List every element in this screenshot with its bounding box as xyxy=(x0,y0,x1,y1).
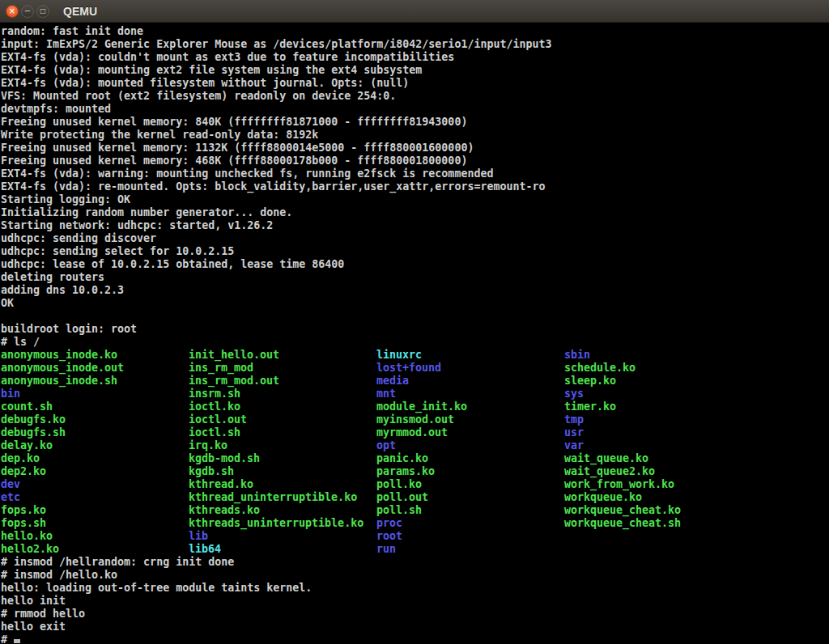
file-listing-row: delay.koirq.kooptvar xyxy=(1,439,829,452)
console-line: VFS: Mounted root (ext2 filesystem) read… xyxy=(1,90,829,103)
file-entry: fops.sh xyxy=(1,517,46,530)
file-listing-row: dep.kokgdb-mod.shpanic.kowait_queue.ko xyxy=(1,452,829,465)
console-line: Initializing random number generator... … xyxy=(1,206,829,219)
file-listing-row: dep2.kokgdb.shparams.kowait_queue2.ko xyxy=(1,465,829,478)
file-entry: debugfs.sh xyxy=(1,426,66,439)
console-line: udhcpc: sending discover xyxy=(1,232,829,245)
minimize-button[interactable]: − xyxy=(21,5,34,18)
console-line: # insmod /hello.ko xyxy=(1,569,829,582)
file-entry: bin xyxy=(1,388,20,400)
console-line: Starting network: udhcpc: started, v1.26… xyxy=(1,219,829,232)
console-line xyxy=(1,310,829,323)
file-entry: ioctl.ko xyxy=(189,400,240,413)
file-listing-row: hello.kolibroot xyxy=(1,530,829,543)
qemu-window: × − □ QEMU random: fast init doneinput: … xyxy=(0,0,829,644)
file-entry: kthreads_uninterruptible.ko xyxy=(189,517,363,530)
file-listing-row: devkthread.kopoll.kowork_from_work.ko xyxy=(1,478,829,491)
file-listing-row: anonymous_inode.shins_rm_mod.outmediasle… xyxy=(1,375,829,388)
file-entry: ins_rm_mod.out xyxy=(189,375,279,388)
file-listing-row: anonymous_inode.koinit_hello.outlinuxrcs… xyxy=(1,349,829,362)
file-entry: root xyxy=(376,530,402,543)
console-line: input: ImExPS/2 Generic Explorer Mouse a… xyxy=(1,38,829,51)
file-entry: tmp xyxy=(564,413,584,426)
file-entry: wait_queue2.ko xyxy=(564,465,655,478)
console-line: EXT4-fs (vda): mounting ext2 file system… xyxy=(1,64,829,77)
file-entry: irq.ko xyxy=(189,439,227,452)
file-entry: linuxrc xyxy=(376,349,422,362)
file-entry: media xyxy=(376,375,409,388)
maximize-icon: □ xyxy=(40,8,46,15)
close-icon: × xyxy=(9,7,15,15)
file-entry: proc xyxy=(376,517,402,530)
file-entry: kthread.ko xyxy=(189,478,253,491)
console-line: EXT4-fs (vda): mounted filesystem withou… xyxy=(1,77,829,90)
console-line: buildroot login: root xyxy=(1,323,829,336)
file-entry: count.sh xyxy=(1,400,53,413)
file-entry: anonymous_inode.sh xyxy=(1,375,117,388)
file-entry: kgdb.sh xyxy=(189,465,234,478)
file-listing-row: fops.shkthreads_uninterruptible.koprocwo… xyxy=(1,517,829,530)
console-line: adding dns 10.0.2.3 xyxy=(1,284,829,297)
block-cursor xyxy=(14,639,20,643)
file-entry: lost+found xyxy=(376,362,441,375)
file-entry: workqueue_cheat.ko xyxy=(564,504,681,517)
console-line: udhcpc: sending select for 10.0.2.15 xyxy=(1,245,829,258)
file-entry: sbin xyxy=(564,349,590,362)
file-entry: ins_rm_mod xyxy=(189,362,253,375)
file-entry: hello.ko xyxy=(1,530,53,543)
console-line: udhcpc: lease of 10.0.2.15 obtained, lea… xyxy=(1,258,829,271)
console-line: # ls / xyxy=(1,336,829,349)
console-line: EXT4-fs (vda): couldn't mount as ext3 du… xyxy=(1,51,829,64)
file-entry: opt xyxy=(376,439,396,452)
console-line: devtmpfs: mounted xyxy=(1,103,829,116)
file-entry: hello2.ko xyxy=(1,543,59,556)
console-line: OK xyxy=(1,297,829,310)
console-line: EXT4-fs (vda): re-mounted. Opts: block_v… xyxy=(1,180,829,193)
console-line: Freeing unused kernel memory: 468K (ffff… xyxy=(1,155,829,167)
file-entry: dep2.ko xyxy=(1,465,46,478)
file-entry: usr xyxy=(564,426,584,439)
file-listing-row: bininsrm.shmntsys xyxy=(1,388,829,400)
file-entry: lib xyxy=(189,530,208,543)
file-entry: schedule.ko xyxy=(564,362,636,375)
file-entry: poll.sh xyxy=(376,504,422,517)
file-listing-row: debugfs.shioctl.shmyrmmod.outusr xyxy=(1,426,829,439)
file-entry: init_hello.out xyxy=(189,349,279,362)
file-listing-row: anonymous_inode.outins_rm_modlost+founds… xyxy=(1,362,829,375)
file-listing-row: fops.kokthreads.kopoll.shworkqueue_cheat… xyxy=(1,504,829,517)
console-line: Freeing unused kernel memory: 840K (ffff… xyxy=(1,116,829,129)
maximize-button[interactable]: □ xyxy=(36,5,49,18)
file-entry: timer.ko xyxy=(564,400,616,413)
file-listing-row: etckthread_uninterruptible.kopoll.outwor… xyxy=(1,491,829,504)
minimize-icon: − xyxy=(24,7,31,15)
console-line: # insmod /hellrandom: crng init done xyxy=(1,556,829,569)
file-entry: work_from_work.ko xyxy=(564,478,674,491)
console-line: Starting logging: OK xyxy=(1,193,829,206)
console-line: Freeing unused kernel memory: 1132K (fff… xyxy=(1,142,829,155)
file-entry: delay.ko xyxy=(1,439,53,452)
file-entry: etc xyxy=(1,491,20,504)
console-line: hello exit xyxy=(1,621,829,633)
close-button[interactable]: × xyxy=(6,5,19,18)
terminal-screen[interactable]: random: fast init doneinput: ImExPS/2 Ge… xyxy=(0,23,829,644)
file-entry: anonymous_inode.out xyxy=(1,362,124,375)
file-entry: myrmmod.out xyxy=(376,426,448,439)
file-entry: module_init.ko xyxy=(376,400,467,413)
console-line: hello init xyxy=(1,595,829,608)
console-line: random: fast init done xyxy=(1,25,829,38)
console-line: EXT4-fs (vda): warning: mounting uncheck… xyxy=(1,167,829,180)
file-entry: workqueue_cheat.sh xyxy=(564,517,681,530)
console-line: Write protecting the kernel read-only da… xyxy=(1,129,829,142)
file-entry: wait_queue.ko xyxy=(564,452,648,465)
file-entry: workqueue.ko xyxy=(564,491,642,504)
shell-prompt-line: # xyxy=(1,633,829,644)
file-entry: poll.ko xyxy=(376,478,422,491)
file-entry: ioctl.sh xyxy=(189,426,240,439)
file-entry: lib64 xyxy=(189,543,221,556)
file-entry: kthreads.ko xyxy=(189,504,260,517)
file-listing-row: hello2.kolib64run xyxy=(1,543,829,556)
file-entry: dep.ko xyxy=(1,452,40,465)
file-entry: dev xyxy=(1,478,20,491)
console-line: deleting routers xyxy=(1,271,829,284)
file-entry: ioctl.out xyxy=(189,413,247,426)
